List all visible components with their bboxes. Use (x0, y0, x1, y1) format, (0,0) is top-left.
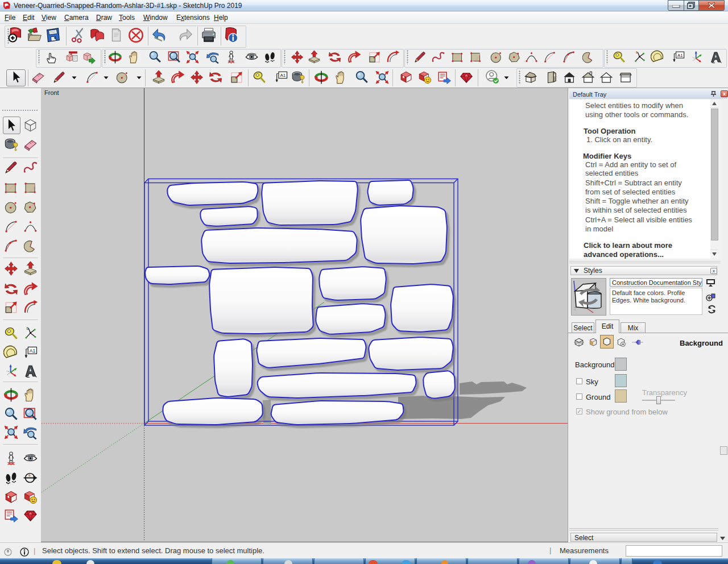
svg-text:Front: Front (44, 89, 59, 96)
